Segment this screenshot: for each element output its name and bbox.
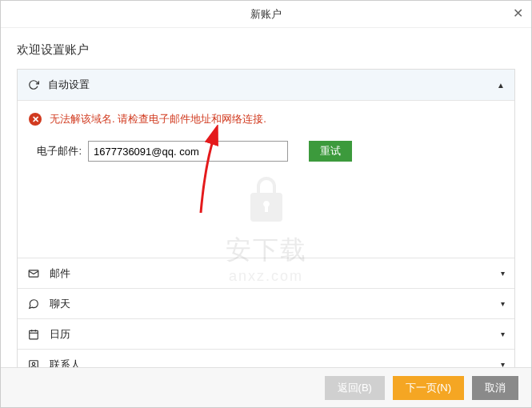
close-icon[interactable]: ✕ (513, 6, 523, 21)
caret-down-icon: ▾ (501, 299, 505, 308)
calendar-title: 日历 (50, 327, 70, 342)
auto-setup-body: ✕ 无法解该域名. 请检查电子邮件地址和网络连接. 电子邮件: 重试 (18, 100, 514, 258)
calendar-section[interactable]: 日历 ▾ (18, 318, 514, 349)
error-icon: ✕ (29, 113, 42, 126)
email-label: 电子邮件: (29, 144, 82, 158)
chat-title: 聊天 (50, 297, 70, 311)
welcome-text: 欢迎设置账户 (17, 42, 515, 58)
mail-title: 邮件 (50, 266, 70, 281)
auto-setup-header[interactable]: 自动设置 ▲ (18, 70, 514, 100)
mail-icon (27, 267, 40, 280)
window-title: 新账户 (250, 7, 282, 22)
chat-section[interactable]: 聊天 ▾ (18, 288, 514, 318)
settings-panel: 自动设置 ▲ ✕ 无法解该域名. 请检查电子邮件地址和网络连接. 电子邮件: 重… (17, 69, 515, 380)
caret-down-icon: ▾ (501, 269, 505, 278)
auto-setup-title: 自动设置 (48, 78, 90, 92)
refresh-icon (27, 78, 40, 91)
retry-button[interactable]: 重试 (309, 141, 352, 162)
calendar-icon (27, 328, 40, 341)
caret-up-icon: ▲ (497, 81, 505, 90)
svg-point-6 (32, 362, 35, 366)
error-message: 无法解该域名. 请检查电子邮件地址和网络连接. (50, 112, 266, 126)
caret-down-icon: ▾ (501, 330, 505, 338)
chat-icon (27, 298, 40, 310)
back-button[interactable]: 返回(B) (325, 376, 385, 400)
email-input[interactable] (88, 141, 288, 162)
next-button[interactable]: 下一页(N) (393, 376, 464, 400)
cancel-button[interactable]: 取消 (472, 376, 518, 400)
svg-rect-1 (30, 330, 38, 339)
mail-section[interactable]: 邮件 ▾ (18, 258, 514, 288)
